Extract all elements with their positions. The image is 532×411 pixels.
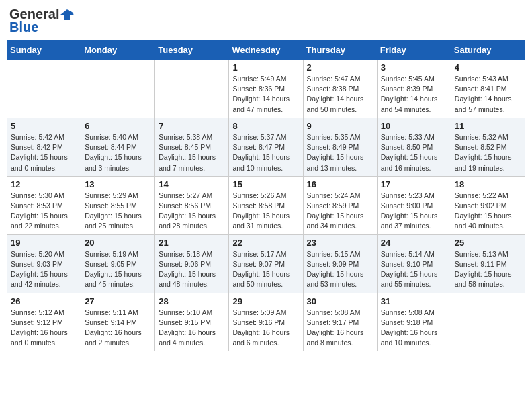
calendar-cell: 22Sunrise: 5:17 AM Sunset: 9:07 PM Dayli… (229, 234, 303, 293)
day-info: Sunrise: 5:08 AM Sunset: 9:18 PM Dayligh… (381, 308, 447, 349)
day-info: Sunrise: 5:11 AM Sunset: 9:14 PM Dayligh… (85, 308, 151, 349)
calendar-cell: 6Sunrise: 5:40 AM Sunset: 8:44 PM Daylig… (81, 118, 155, 176)
day-info: Sunrise: 5:10 AM Sunset: 9:15 PM Dayligh… (159, 308, 225, 349)
day-number: 20 (85, 238, 151, 248)
calendar-week-row: 19Sunrise: 5:20 AM Sunset: 9:03 PM Dayli… (7, 234, 525, 293)
day-info: Sunrise: 5:19 AM Sunset: 9:05 PM Dayligh… (85, 249, 151, 290)
day-info: Sunrise: 5:33 AM Sunset: 8:50 PM Dayligh… (381, 132, 447, 173)
day-info: Sunrise: 5:23 AM Sunset: 9:00 PM Dayligh… (381, 191, 447, 232)
day-info: Sunrise: 5:18 AM Sunset: 9:06 PM Dayligh… (159, 249, 225, 290)
day-number: 1 (232, 62, 299, 73)
calendar-cell (7, 60, 81, 118)
day-number: 28 (159, 296, 225, 306)
day-number: 14 (159, 179, 225, 189)
col-header-saturday: Saturday (451, 41, 525, 60)
col-header-sunday: Sunday (7, 41, 81, 60)
day-info: Sunrise: 5:20 AM Sunset: 9:03 PM Dayligh… (11, 249, 77, 290)
calendar-cell: 25Sunrise: 5:13 AM Sunset: 9:11 PM Dayli… (451, 234, 525, 293)
page-header: General Blue (7, 7, 525, 35)
calendar-week-row: 1Sunrise: 5:49 AM Sunset: 8:36 PM Daylig… (7, 60, 525, 118)
col-header-tuesday: Tuesday (155, 41, 229, 60)
calendar-cell: 30Sunrise: 5:08 AM Sunset: 9:17 PM Dayli… (303, 293, 377, 351)
logo: General Blue (9, 7, 74, 35)
calendar-cell: 23Sunrise: 5:15 AM Sunset: 9:09 PM Dayli… (303, 234, 377, 293)
day-info: Sunrise: 5:47 AM Sunset: 8:38 PM Dayligh… (307, 74, 373, 115)
day-number: 11 (455, 121, 521, 131)
day-info: Sunrise: 5:22 AM Sunset: 9:02 PM Dayligh… (455, 191, 521, 232)
day-number: 24 (381, 238, 447, 248)
day-number: 31 (381, 296, 447, 306)
calendar-cell: 31Sunrise: 5:08 AM Sunset: 9:18 PM Dayli… (377, 293, 451, 351)
day-info: Sunrise: 5:49 AM Sunset: 8:36 PM Dayligh… (232, 74, 299, 115)
day-info: Sunrise: 5:43 AM Sunset: 8:41 PM Dayligh… (455, 74, 521, 115)
calendar-cell: 2Sunrise: 5:47 AM Sunset: 8:38 PM Daylig… (303, 60, 377, 118)
day-number: 21 (159, 238, 225, 248)
calendar-header-row: SundayMondayTuesdayWednesdayThursdayFrid… (7, 41, 525, 60)
calendar-cell: 17Sunrise: 5:23 AM Sunset: 9:00 PM Dayli… (377, 176, 451, 234)
logo-blue-text: Blue (9, 19, 38, 35)
day-info: Sunrise: 5:27 AM Sunset: 8:56 PM Dayligh… (159, 191, 225, 232)
calendar-cell (81, 60, 155, 118)
day-info: Sunrise: 5:42 AM Sunset: 8:42 PM Dayligh… (11, 132, 77, 173)
calendar-cell: 26Sunrise: 5:12 AM Sunset: 9:12 PM Dayli… (7, 293, 81, 351)
day-number: 19 (11, 238, 77, 248)
day-number: 15 (232, 179, 299, 189)
calendar-week-row: 5Sunrise: 5:42 AM Sunset: 8:42 PM Daylig… (7, 118, 525, 176)
day-info: Sunrise: 5:40 AM Sunset: 8:44 PM Dayligh… (85, 132, 151, 173)
day-info: Sunrise: 5:13 AM Sunset: 9:11 PM Dayligh… (455, 249, 521, 290)
day-info: Sunrise: 5:12 AM Sunset: 9:12 PM Dayligh… (11, 308, 77, 349)
day-info: Sunrise: 5:35 AM Sunset: 8:49 PM Dayligh… (307, 132, 373, 173)
calendar-cell: 29Sunrise: 5:09 AM Sunset: 9:16 PM Dayli… (229, 293, 303, 351)
day-number: 12 (11, 179, 77, 189)
svg-marker-0 (60, 9, 74, 20)
day-info: Sunrise: 5:38 AM Sunset: 8:45 PM Dayligh… (159, 132, 225, 173)
day-number: 23 (307, 238, 373, 248)
calendar-cell: 27Sunrise: 5:11 AM Sunset: 9:14 PM Dayli… (81, 293, 155, 351)
calendar-cell: 9Sunrise: 5:35 AM Sunset: 8:49 PM Daylig… (303, 118, 377, 176)
calendar-cell: 1Sunrise: 5:49 AM Sunset: 8:36 PM Daylig… (229, 60, 303, 118)
day-info: Sunrise: 5:37 AM Sunset: 8:47 PM Dayligh… (232, 132, 299, 173)
day-info: Sunrise: 5:09 AM Sunset: 9:16 PM Dayligh… (232, 308, 299, 349)
calendar-week-row: 12Sunrise: 5:30 AM Sunset: 8:53 PM Dayli… (7, 176, 525, 234)
day-info: Sunrise: 5:32 AM Sunset: 8:52 PM Dayligh… (455, 132, 521, 173)
calendar-table: SundayMondayTuesdayWednesdayThursdayFrid… (7, 40, 525, 351)
calendar-cell: 13Sunrise: 5:29 AM Sunset: 8:55 PM Dayli… (81, 176, 155, 234)
day-number: 17 (381, 179, 447, 189)
day-number: 7 (159, 121, 225, 131)
calendar-cell: 12Sunrise: 5:30 AM Sunset: 8:53 PM Dayli… (7, 176, 81, 234)
calendar-cell: 14Sunrise: 5:27 AM Sunset: 8:56 PM Dayli… (155, 176, 229, 234)
day-number: 29 (232, 296, 299, 306)
calendar-week-row: 26Sunrise: 5:12 AM Sunset: 9:12 PM Dayli… (7, 293, 525, 351)
day-number: 26 (11, 296, 77, 306)
day-number: 30 (307, 296, 373, 306)
col-header-monday: Monday (81, 41, 155, 60)
day-info: Sunrise: 5:24 AM Sunset: 8:59 PM Dayligh… (307, 191, 373, 232)
calendar-cell: 8Sunrise: 5:37 AM Sunset: 8:47 PM Daylig… (229, 118, 303, 176)
calendar-cell: 20Sunrise: 5:19 AM Sunset: 9:05 PM Dayli… (81, 234, 155, 293)
calendar-cell: 18Sunrise: 5:22 AM Sunset: 9:02 PM Dayli… (451, 176, 525, 234)
calendar-cell: 24Sunrise: 5:14 AM Sunset: 9:10 PM Dayli… (377, 234, 451, 293)
calendar-cell: 16Sunrise: 5:24 AM Sunset: 8:59 PM Dayli… (303, 176, 377, 234)
calendar-cell: 4Sunrise: 5:43 AM Sunset: 8:41 PM Daylig… (451, 60, 525, 118)
calendar-cell (155, 60, 229, 118)
day-info: Sunrise: 5:14 AM Sunset: 9:10 PM Dayligh… (381, 249, 447, 290)
calendar-cell: 11Sunrise: 5:32 AM Sunset: 8:52 PM Dayli… (451, 118, 525, 176)
col-header-thursday: Thursday (303, 41, 377, 60)
day-number: 10 (381, 121, 447, 131)
day-number: 4 (455, 62, 521, 73)
day-info: Sunrise: 5:08 AM Sunset: 9:17 PM Dayligh… (307, 308, 373, 349)
col-header-friday: Friday (377, 41, 451, 60)
day-info: Sunrise: 5:26 AM Sunset: 8:58 PM Dayligh… (232, 191, 299, 232)
calendar-cell: 15Sunrise: 5:26 AM Sunset: 8:58 PM Dayli… (229, 176, 303, 234)
calendar-cell: 19Sunrise: 5:20 AM Sunset: 9:03 PM Dayli… (7, 234, 81, 293)
day-number: 27 (85, 296, 151, 306)
calendar-cell: 10Sunrise: 5:33 AM Sunset: 8:50 PM Dayli… (377, 118, 451, 176)
calendar-cell: 7Sunrise: 5:38 AM Sunset: 8:45 PM Daylig… (155, 118, 229, 176)
day-info: Sunrise: 5:29 AM Sunset: 8:55 PM Dayligh… (85, 191, 151, 232)
day-info: Sunrise: 5:17 AM Sunset: 9:07 PM Dayligh… (232, 249, 299, 290)
day-info: Sunrise: 5:45 AM Sunset: 8:39 PM Dayligh… (381, 74, 447, 115)
day-number: 13 (85, 179, 151, 189)
day-number: 2 (307, 62, 373, 73)
calendar-cell (451, 293, 525, 351)
col-header-wednesday: Wednesday (229, 41, 303, 60)
